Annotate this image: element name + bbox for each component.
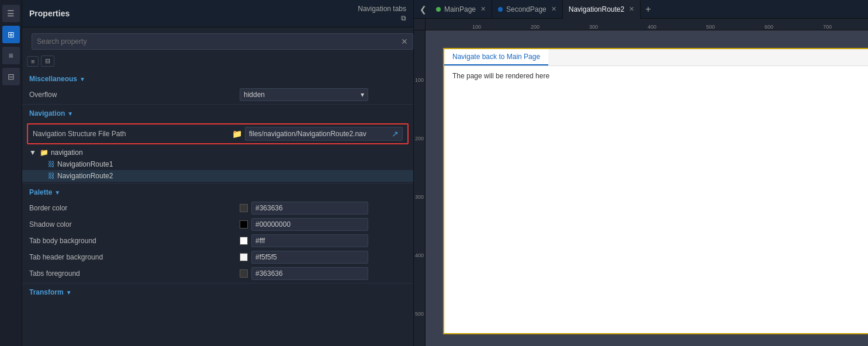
tab-secondpage-dot	[498, 7, 503, 12]
canvas-widget: Navigate back to Main Page The page will…	[443, 48, 868, 334]
tree-item-nav1[interactable]: ⛓ NavigationRoute1	[22, 158, 413, 170]
nav-tab-btn-main[interactable]: Navigate back to Main Page	[444, 49, 548, 65]
overflow-chevron: ▾	[361, 91, 364, 99]
grid-icon-btn[interactable]: ⊞	[2, 26, 20, 43]
tab-mainpage-label: MainPage	[444, 5, 476, 13]
canvas-area: 100 200 300 400 500 600 700 100 200 300 …	[414, 19, 868, 346]
shadow-color-input[interactable]	[251, 218, 368, 231]
menu-icon-btn[interactable]: ☰	[2, 5, 20, 22]
properties-panel: Properties Navigation tabs ⧉ ✕ ≡ ⊟ Misce…	[22, 0, 414, 346]
panel-subtitle: Navigation tabs ⧉	[358, 5, 406, 22]
list-view-btn[interactable]: ≡	[27, 56, 39, 67]
ruler-tick-700: 700	[823, 24, 832, 30]
ruler-vtick-400: 400	[415, 252, 424, 258]
tab-header-bg-input[interactable]	[251, 251, 368, 264]
canvas-content: Navigate back to Main Page The page will…	[426, 30, 868, 346]
misc-arrow: ▼	[79, 76, 85, 82]
palette-arrow: ▼	[54, 189, 60, 196]
tab-mainpage[interactable]: MainPage ✕	[430, 0, 492, 19]
ruler-tick-100: 100	[472, 24, 481, 30]
tree-root-toggle[interactable]: ▼	[29, 148, 36, 157]
nav-arrow: ▼	[67, 110, 73, 117]
tab-nav-prev[interactable]: ❮	[416, 5, 430, 14]
transform-arrow: ▼	[66, 289, 72, 296]
tab-header-bg-value	[240, 251, 406, 264]
nav-file-path-row: Navigation Structure File Path 📁 files/n…	[27, 123, 409, 144]
border-color-value	[240, 202, 406, 214]
nav-content: The page will be rendered here	[444, 66, 868, 86]
search-bar: ✕	[32, 33, 413, 50]
search-input[interactable]	[37, 37, 401, 46]
palette-label: Palette	[29, 188, 52, 196]
section-navigation[interactable]: Navigation ▼	[22, 106, 413, 121]
nav-label: Navigation	[29, 109, 65, 117]
border-color-row: Border color	[22, 200, 413, 216]
nav-file-path-icons: 📁	[231, 129, 243, 139]
tree-root-label: navigation	[51, 148, 83, 157]
section-palette[interactable]: Palette ▼	[22, 185, 413, 200]
tab-header-bg-swatch[interactable]	[240, 253, 248, 261]
folder-icon: 📁	[40, 148, 49, 157]
ruler-vtick-300: 300	[415, 194, 424, 200]
tab-navroute2-close[interactable]: ✕	[629, 5, 634, 13]
toolbar-row: ≡ ⊟	[22, 56, 413, 69]
tab-secondpage-close[interactable]: ✕	[551, 5, 556, 13]
overflow-value: hidden ▾	[240, 88, 406, 101]
overflow-row: Overflow hidden ▾	[22, 86, 413, 103]
nav-file-path-value[interactable]: files/navigation/NavigationRoute2.nav ↗	[245, 127, 403, 141]
tree-item-nav2-label: NavigationRoute2	[57, 172, 113, 180]
nav-file-link-icon[interactable]: ↗	[392, 129, 399, 139]
ruler-top-ticks: 100 200 300 400 500 600 700	[426, 19, 868, 30]
tabs-fg-swatch[interactable]	[240, 269, 248, 278]
tree-item-nav2[interactable]: ⛓ NavigationRoute2	[22, 170, 413, 182]
ruler-tick-500: 500	[706, 24, 715, 30]
tree-item-nav1-label: NavigationRoute1	[57, 160, 113, 168]
tab-body-bg-input[interactable]	[251, 234, 368, 247]
divider1	[22, 104, 413, 105]
table-view-btn[interactable]: ⊟	[41, 56, 54, 67]
nav-folder-btn[interactable]: 📁	[231, 129, 243, 139]
section-transform[interactable]: Transform ▼	[22, 285, 413, 300]
tab-body-bg-swatch[interactable]	[240, 237, 248, 245]
tab-mainpage-close[interactable]: ✕	[480, 5, 486, 13]
tab-secondpage[interactable]: SecondPage ✕	[492, 0, 563, 19]
tab-header-bg-row: Tab header background	[22, 249, 413, 265]
misc-label: Miscellaneous	[29, 75, 77, 83]
nav-file-path-label: Navigation Structure File Path	[33, 130, 231, 138]
copy-icon[interactable]: ⧉	[401, 14, 406, 22]
tabs-fg-input[interactable]	[251, 267, 368, 280]
clear-search-icon[interactable]: ✕	[401, 37, 408, 46]
table-icon-btn[interactable]: ⊟	[2, 68, 20, 85]
transform-label: Transform	[29, 288, 64, 296]
panel-content: Miscellaneous ▼ Overflow hidden ▾ Naviga…	[22, 69, 413, 346]
tab-add-btn[interactable]: +	[641, 4, 655, 15]
ruler-tick-200: 200	[531, 24, 540, 30]
nav-file-path-text: files/navigation/NavigationRoute2.nav	[249, 130, 366, 138]
shadow-color-value	[240, 218, 406, 231]
main-area: ❮ MainPage ✕ SecondPage ✕ NavigationRout…	[414, 0, 868, 346]
tab-navroute2[interactable]: NavigationRoute2 ✕	[563, 0, 641, 19]
shadow-color-label: Shadow color	[29, 220, 240, 229]
tab-header-bg-label: Tab header background	[29, 253, 240, 261]
shadow-color-swatch[interactable]	[240, 220, 248, 229]
tab-body-bg-row: Tab body background	[22, 233, 413, 249]
border-color-input[interactable]	[251, 202, 368, 214]
nav-route-icon-1: ⛓	[48, 160, 55, 168]
ruler-vtick-100: 100	[415, 77, 424, 83]
overflow-select[interactable]: hidden ▾	[240, 88, 368, 101]
list-icon-btn[interactable]: ≡	[2, 47, 20, 64]
divider3	[22, 283, 413, 283]
tree-root[interactable]: ▼ 📁 navigation	[22, 147, 413, 158]
sidebar: ☰ ⊞ ≡ ⊟	[0, 0, 22, 346]
border-color-swatch[interactable]	[240, 204, 248, 212]
tab-navroute2-label: NavigationRoute2	[569, 5, 624, 13]
section-miscellaneous[interactable]: Miscellaneous ▼	[22, 71, 413, 86]
ruler-tick-300: 300	[589, 24, 598, 30]
shadow-color-row: Shadow color	[22, 216, 413, 233]
tab-body-bg-value	[240, 234, 406, 247]
overflow-label: Overflow	[29, 91, 240, 99]
tab-secondpage-label: SecondPage	[506, 5, 547, 13]
ruler-vtick-200: 200	[415, 136, 424, 141]
panel-header: Properties Navigation tabs ⧉	[22, 0, 413, 27]
tabs-fg-label: Tabs foreground	[29, 269, 240, 278]
